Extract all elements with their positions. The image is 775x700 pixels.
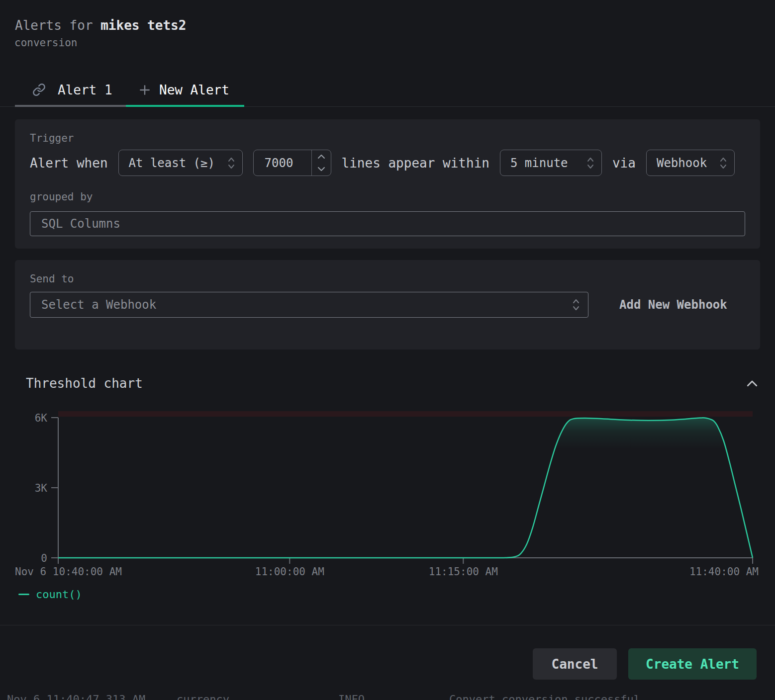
tab-label: Alert 1: [58, 83, 112, 97]
svg-text:Nov 6 10:40:00 AM: Nov 6 10:40:00 AM: [15, 566, 122, 578]
tab-underline: [15, 105, 126, 107]
threshold-chart: 03K6KNov 6 10:40:00 AM11:00:00 AM11:15:0…: [0, 403, 775, 582]
footer-divider: [0, 625, 775, 625]
tab-underline-active: [126, 105, 244, 107]
trigger-panel: Trigger Alert when At least (≥) 7000: [15, 119, 760, 249]
tab-new-alert[interactable]: New Alert: [126, 75, 244, 105]
webhook-placeholder: Select a Webhook: [41, 298, 156, 312]
lines-appear-text: lines appear within: [342, 156, 489, 171]
spinner-up-button[interactable]: [312, 150, 331, 163]
grouped-by-input[interactable]: SQL Columns: [30, 211, 745, 236]
plus-icon: [138, 84, 151, 96]
legend-label: count(): [36, 588, 82, 601]
channel-select[interactable]: Webhook: [646, 150, 735, 176]
via-text: via: [612, 156, 636, 171]
svg-text:6K: 6K: [35, 412, 48, 424]
spinner-down-button[interactable]: [312, 163, 331, 176]
create-alert-button[interactable]: Create Alert: [628, 648, 757, 680]
background-log-row: Nov 6 11:40:47.313 AM currency INFO Conv…: [0, 693, 775, 700]
svg-text:0: 0: [41, 552, 47, 564]
threshold-chart-title: Threshold chart: [26, 376, 143, 391]
chevron-updown-icon: [585, 155, 595, 172]
send-to-panel: Send to Select a Webhook Add New Webhook: [15, 260, 760, 350]
svg-text:11:00:00 AM: 11:00:00 AM: [255, 566, 324, 578]
svg-text:11:15:00 AM: 11:15:00 AM: [429, 566, 498, 578]
grouped-by-placeholder: SQL Columns: [41, 217, 120, 231]
grouped-by-label: grouped by: [30, 191, 745, 203]
svg-text:3K: 3K: [35, 482, 48, 494]
number-spinner: [311, 150, 331, 175]
alert-when-text: Alert when: [30, 156, 108, 171]
condition-value: At least (≥): [129, 156, 215, 170]
trigger-section-label: Trigger: [30, 132, 745, 144]
time-window-select[interactable]: 5 minute: [500, 150, 602, 176]
cancel-button[interactable]: Cancel: [533, 648, 617, 680]
alerts-modal: Alerts for mikes tets2 conversion Alert …: [0, 0, 775, 700]
link-icon: [32, 83, 46, 96]
chevron-updown-icon: [226, 155, 236, 172]
page-subtitle: conversion: [14, 37, 77, 49]
chevron-updown-icon: [718, 155, 728, 172]
collapse-chart-button[interactable]: [742, 375, 762, 393]
tab-label: New Alert: [159, 83, 229, 97]
chevron-up-icon: [745, 376, 760, 391]
tab-alert-1[interactable]: Alert 1: [15, 75, 126, 105]
send-to-section-label: Send to: [30, 273, 745, 285]
svg-text:11:40:00 AM: 11:40:00 AM: [689, 566, 759, 578]
chevron-updown-icon: [571, 296, 581, 313]
add-new-webhook-button[interactable]: Add New Webhook: [619, 298, 727, 312]
threshold-band: [58, 411, 753, 417]
chart-legend-item: count(): [18, 588, 82, 601]
channel-value: Webhook: [657, 156, 707, 170]
legend-line-swatch: [18, 594, 29, 595]
log-message: Convert conversion successful: [449, 693, 640, 700]
log-service: currency: [177, 693, 229, 700]
threshold-value: 7000: [254, 150, 311, 175]
webhook-select[interactable]: Select a Webhook: [30, 292, 588, 318]
page-title: Alerts for mikes tets2: [15, 18, 186, 33]
count-area: [58, 418, 753, 558]
log-timestamp: Nov 6 11:40:47.313 AM: [7, 693, 145, 700]
source-name: mikes tets2: [100, 18, 186, 33]
log-level: INFO: [338, 693, 365, 700]
time-window-value: 5 minute: [510, 156, 568, 170]
condition-select[interactable]: At least (≥): [118, 150, 243, 176]
threshold-value-input[interactable]: 7000: [253, 150, 331, 176]
